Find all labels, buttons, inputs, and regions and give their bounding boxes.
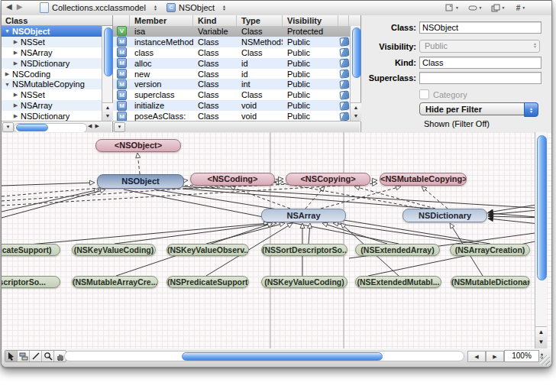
line-tool-button[interactable] (30, 351, 42, 361)
diagram-node-category[interactable]: (NSKeyValueCoding) (72, 244, 156, 256)
member-table-vscrollbar[interactable]: ▲▼ (350, 26, 360, 121)
scroll-left-button[interactable]: ◀ (467, 351, 486, 362)
member-table-row[interactable]: MversionClassintPublic (113, 79, 350, 89)
class-list-item[interactable]: ▶NSSet (2, 89, 102, 100)
class-field[interactable]: NSObject (419, 21, 541, 34)
forward-button[interactable]: ▶ (17, 2, 27, 11)
documentation-icon[interactable] (339, 112, 349, 121)
documentation-icon[interactable] (339, 59, 349, 68)
select-tool-button[interactable] (5, 351, 18, 361)
zoom-tool-button[interactable] (42, 351, 54, 361)
disclosure-triangle-icon[interactable]: ▶ (12, 39, 19, 45)
table-menu-button[interactable]: ▼ (114, 122, 125, 132)
diagram-node-category[interactable]: (NSExtendedMutabl... (355, 276, 441, 288)
kind-field[interactable]: Class (419, 57, 541, 69)
diagram-node-klass[interactable]: NSDictionary (402, 209, 487, 222)
class-list-item[interactable]: ▶NSCoding (2, 69, 102, 79)
filter-popup[interactable]: Hide per Filter ▲▼ (419, 102, 538, 115)
class-list-vscrollbar[interactable]: ▲▼ (102, 26, 112, 121)
class-list-item[interactable]: ▶NSArray (2, 100, 102, 111)
disclosure-triangle-icon[interactable]: ▶ (12, 92, 19, 98)
member-table-row[interactable]: MinitializeClassvoidPublic (113, 100, 350, 111)
member-table-row[interactable]: MallocClassidPublic (113, 58, 350, 69)
class-list-item[interactable]: ▼NSObject (2, 26, 102, 37)
association-link[interactable] (2, 191, 101, 218)
association-link[interactable] (2, 190, 95, 212)
node-tool-button[interactable] (18, 351, 30, 361)
visibility-column-header[interactable]: Visibility (283, 15, 338, 26)
class-list-item[interactable]: ▶NSDictionary (2, 58, 102, 69)
disclosure-triangle-icon[interactable]: ▶ (12, 102, 19, 109)
documentation-icon[interactable] (339, 79, 349, 89)
hscroll-arrows[interactable]: ◀ ▶ (467, 351, 504, 362)
class-popup[interactable]: C NSObject ▲▼ (163, 2, 229, 14)
disclosure-triangle-icon[interactable]: ▼ (4, 28, 11, 34)
disclosure-triangle-icon[interactable]: ▼ (4, 82, 11, 87)
scroll-arrows[interactable]: ◀▶ (88, 123, 102, 129)
class-list-item[interactable]: ▼NSMutableCopying (2, 79, 102, 89)
diagram-node-category[interactable]: (NSExtendedArray) (355, 244, 440, 256)
member-table-row[interactable]: MclassClassClassPublic (113, 47, 350, 58)
diagram-node-category[interactable]: (NSSortDescriptorSo... (2, 276, 60, 288)
diagram-node-category[interactable]: (NSMutableArrayCre... (72, 276, 158, 288)
shape-style-button[interactable]: ▼ (466, 2, 484, 13)
documentation-icon[interactable] (339, 37, 349, 47)
diagram-node-category[interactable]: (NSKeyValueCoding) (261, 276, 348, 288)
disclosure-triangle-icon[interactable]: ▶ (12, 60, 19, 66)
association-link[interactable] (338, 224, 479, 244)
list-menu-button[interactable]: ▼ (2, 122, 14, 132)
diagram-node-category[interactable]: (NSMutableDictionar... (451, 276, 530, 288)
diagram-node-protocol[interactable]: <NSCoding> (190, 173, 275, 186)
documentation-icon[interactable] (339, 69, 349, 78)
diagram-node-klassdark[interactable]: NSObject (97, 174, 184, 189)
member-table-row[interactable]: MinstanceMethodSClassNSMethodSiPublic (113, 37, 350, 47)
diagram-node-protocol[interactable]: <NSObject> (95, 139, 181, 152)
association-link[interactable] (115, 224, 272, 244)
diagram-node-category[interactable]: (NSSortDescriptorSo... (261, 244, 348, 256)
diagram-node-category[interactable]: (NSKeyValueObserv... (166, 244, 249, 256)
documentation-icon[interactable] (339, 90, 349, 99)
disclosure-triangle-icon[interactable]: ▶ (12, 50, 19, 56)
association-link[interactable] (327, 225, 387, 244)
superclass-field[interactable] (419, 72, 541, 84)
conformance-link[interactable] (138, 157, 140, 174)
member-table-row[interactable]: MnewClassidPublic (113, 69, 350, 79)
back-button[interactable]: ◀ (6, 2, 17, 11)
member-table-row[interactable]: MsuperclassClassClassPublic (113, 89, 350, 100)
embed-button[interactable]: ▼ (489, 2, 507, 13)
diagram-node-category[interactable]: (NSArrayCreation) (450, 244, 530, 256)
diagram-node-protocol[interactable]: <NSCopying> (286, 173, 370, 186)
scroll-thumb[interactable] (352, 28, 361, 78)
documentation-icon[interactable] (339, 48, 349, 57)
zoom-level-field[interactable]: 100% (504, 350, 539, 362)
annotation-button[interactable]: # ▼ (512, 2, 530, 13)
page-layout-button[interactable]: ▼ (443, 2, 461, 13)
conformance-link[interactable] (321, 188, 396, 209)
documentation-icon[interactable] (339, 101, 349, 110)
resize-grip[interactable] (540, 355, 550, 365)
diagram-vscrollbar[interactable]: ▲▼ (535, 132, 546, 348)
association-link[interactable] (2, 183, 90, 186)
disclosure-triangle-icon[interactable]: ▶ (12, 113, 19, 119)
scroll-arrows[interactable]: ▲▼ (351, 102, 361, 121)
conformance-link[interactable] (279, 183, 423, 209)
hscroll-track[interactable] (14, 123, 87, 133)
scroll-arrows[interactable]: ▲▼ (535, 326, 547, 348)
diagram-canvas[interactable]: <NSObject>NSObject<NSCoding><NSCopying><… (2, 132, 551, 349)
scroll-thumb[interactable] (104, 28, 113, 76)
scroll-arrows[interactable]: ▲▼ (102, 102, 113, 121)
diagram-node-category[interactable]: (NSPredicateSupport) (2, 244, 60, 256)
member-column-header[interactable]: Member (130, 15, 193, 26)
scroll-thumb[interactable] (182, 352, 383, 361)
association-link[interactable] (309, 228, 310, 244)
diagram-node-protocol[interactable]: <NSMutableCopying> (380, 173, 467, 186)
diagram-node-klass[interactable]: NSArray (261, 209, 346, 222)
association-link[interactable] (183, 186, 546, 209)
member-table-row[interactable]: MposeAsClass:ClassvoidPublic (113, 111, 350, 121)
disclosure-triangle-icon[interactable]: ▶ (4, 71, 11, 77)
class-list-item[interactable]: ▶NSSet (2, 37, 102, 47)
conformance-link[interactable] (425, 190, 448, 209)
scroll-thumb[interactable] (16, 124, 48, 131)
diagram-node-category[interactable]: (NSPredicateSupport) (166, 276, 249, 288)
member-table-row[interactable]: VisaVariableClassProtected (113, 26, 350, 37)
